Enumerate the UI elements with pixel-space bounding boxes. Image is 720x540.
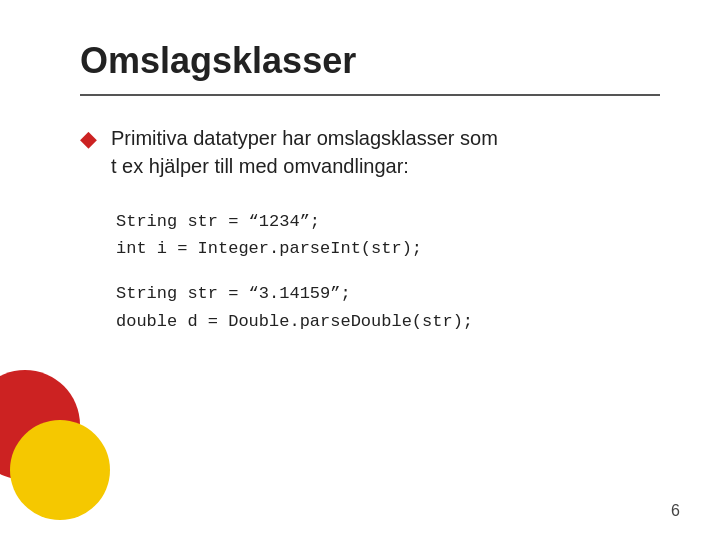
code-line-2-2: double d = Double.parseDouble(str); <box>116 308 660 335</box>
code-blocks: String str = “1234”; int i = Integer.par… <box>116 208 660 335</box>
title-divider <box>80 94 660 96</box>
code-block-2: String str = “3.14159”; double d = Doubl… <box>116 280 660 334</box>
bullet-line2: t ex hjälper till med omvandlingar: <box>111 155 409 177</box>
code-line-1-2: int i = Integer.parseInt(str); <box>116 235 660 262</box>
slide: Omslagsklasser ◆ Primitiva datatyper har… <box>0 0 720 540</box>
bullet-text: Primitiva datatyper har omslagsklasser s… <box>111 124 660 180</box>
deco-circle-yellow <box>10 420 110 520</box>
code-line-1-1: String str = “1234”; <box>116 208 660 235</box>
page-number: 6 <box>671 502 680 520</box>
code-block-1: String str = “1234”; int i = Integer.par… <box>116 208 660 262</box>
slide-title: Omslagsklasser <box>80 40 660 82</box>
content-area: ◆ Primitiva datatyper har omslagsklasser… <box>80 124 660 208</box>
code-line-2-1: String str = “3.14159”; <box>116 280 660 307</box>
bullet-line1: Primitiva datatyper har omslagsklasser s… <box>111 127 498 149</box>
bullet-icon: ◆ <box>80 126 97 152</box>
